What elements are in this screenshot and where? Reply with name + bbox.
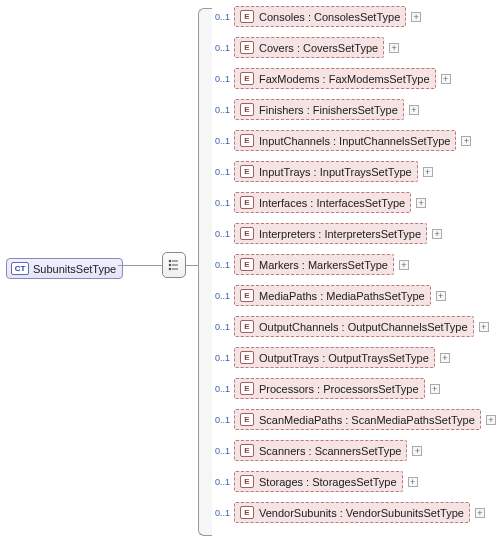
occurrence-label: 0..1	[212, 291, 230, 301]
sequence-compositor-icon[interactable]	[162, 252, 186, 278]
occurrence-label: 0..1	[212, 43, 230, 53]
element-label: Markers : MarkersSetType	[259, 259, 388, 271]
expand-icon[interactable]: +	[408, 477, 418, 487]
occurrence-label: 0..1	[212, 105, 230, 115]
expand-icon[interactable]: +	[436, 291, 446, 301]
e-badge-icon: E	[240, 41, 254, 54]
element-label: Consoles : ConsolesSetType	[259, 11, 400, 23]
expand-icon[interactable]: +	[412, 446, 422, 456]
element-node[interactable]: ECovers : CoversSetType	[234, 37, 384, 58]
occurrence-label: 0..1	[212, 12, 230, 22]
expand-icon[interactable]: +	[486, 415, 496, 425]
expand-icon[interactable]: +	[461, 136, 471, 146]
element-row: 0..1EConsoles : ConsolesSetType+	[212, 6, 421, 27]
expand-icon[interactable]: +	[475, 508, 485, 518]
occurrence-label: 0..1	[212, 446, 230, 456]
complex-type-node[interactable]: CT SubunitsSetType	[6, 258, 123, 279]
element-node[interactable]: EInputChannels : InputChannelsSetType	[234, 130, 456, 151]
expand-icon[interactable]: +	[423, 167, 433, 177]
element-label: OutputTrays : OutputTraysSetType	[259, 352, 429, 364]
svg-point-0	[169, 260, 172, 263]
expand-icon[interactable]: +	[440, 353, 450, 363]
expand-icon[interactable]: +	[432, 229, 442, 239]
expand-icon[interactable]: +	[441, 74, 451, 84]
expand-icon[interactable]: +	[479, 322, 489, 332]
element-row: 0..1ECovers : CoversSetType+	[212, 37, 399, 58]
element-node[interactable]: EInterpreters : InterpretersSetType	[234, 223, 427, 244]
ct-badge-icon: CT	[11, 262, 29, 275]
children-bracket	[198, 8, 212, 536]
element-node[interactable]: EConsoles : ConsolesSetType	[234, 6, 406, 27]
element-node[interactable]: EFaxModems : FaxModemsSetType	[234, 68, 436, 89]
occurrence-label: 0..1	[212, 353, 230, 363]
element-row: 0..1EInterpreters : InterpretersSetType+	[212, 223, 442, 244]
expand-icon[interactable]: +	[416, 198, 426, 208]
element-node[interactable]: EMarkers : MarkersSetType	[234, 254, 394, 275]
e-badge-icon: E	[240, 382, 254, 395]
element-label: Storages : StoragesSetType	[259, 476, 397, 488]
element-node[interactable]: EFinishers : FinishersSetType	[234, 99, 404, 120]
element-label: Scanners : ScannersSetType	[259, 445, 401, 457]
element-label: OutputChannels : OutputChannelsSetType	[259, 321, 468, 333]
e-badge-icon: E	[240, 165, 254, 178]
expand-icon[interactable]: +	[411, 12, 421, 22]
element-node[interactable]: EStorages : StoragesSetType	[234, 471, 403, 492]
e-badge-icon: E	[240, 444, 254, 457]
occurrence-label: 0..1	[212, 74, 230, 84]
connector-line	[118, 265, 162, 266]
svg-point-2	[169, 268, 172, 271]
element-row: 0..1EFinishers : FinishersSetType+	[212, 99, 419, 120]
e-badge-icon: E	[240, 506, 254, 519]
element-row: 0..1EInterfaces : InterfacesSetType+	[212, 192, 426, 213]
connector-line	[186, 265, 198, 266]
element-row: 0..1EVendorSubunits : VendorSubunitsSetT…	[212, 502, 485, 523]
e-badge-icon: E	[240, 258, 254, 271]
element-row: 0..1EScanners : ScannersSetType+	[212, 440, 422, 461]
element-row: 0..1EOutputTrays : OutputTraysSetType+	[212, 347, 450, 368]
e-badge-icon: E	[240, 475, 254, 488]
occurrence-label: 0..1	[212, 136, 230, 146]
element-label: MediaPaths : MediaPathsSetType	[259, 290, 425, 302]
element-row: 0..1EScanMediaPaths : ScanMediaPathsSetT…	[212, 409, 496, 430]
e-badge-icon: E	[240, 320, 254, 333]
occurrence-label: 0..1	[212, 477, 230, 487]
element-label: FaxModems : FaxModemsSetType	[259, 73, 430, 85]
element-label: Interfaces : InterfacesSetType	[259, 197, 405, 209]
element-label: Finishers : FinishersSetType	[259, 104, 398, 116]
e-badge-icon: E	[240, 413, 254, 426]
element-row: 0..1EFaxModems : FaxModemsSetType+	[212, 68, 451, 89]
e-badge-icon: E	[240, 10, 254, 23]
element-label: Covers : CoversSetType	[259, 42, 378, 54]
occurrence-label: 0..1	[212, 167, 230, 177]
element-row: 0..1EMediaPaths : MediaPathsSetType+	[212, 285, 446, 306]
element-node[interactable]: EVendorSubunits : VendorSubunitsSetType	[234, 502, 470, 523]
element-node[interactable]: EScanners : ScannersSetType	[234, 440, 407, 461]
expand-icon[interactable]: +	[430, 384, 440, 394]
occurrence-label: 0..1	[212, 260, 230, 270]
element-label: Processors : ProcessorsSetType	[259, 383, 419, 395]
e-badge-icon: E	[240, 351, 254, 364]
e-badge-icon: E	[240, 227, 254, 240]
occurrence-label: 0..1	[212, 229, 230, 239]
element-label: InputChannels : InputChannelsSetType	[259, 135, 450, 147]
occurrence-label: 0..1	[212, 508, 230, 518]
occurrence-label: 0..1	[212, 384, 230, 394]
element-label: Interpreters : InterpretersSetType	[259, 228, 421, 240]
expand-icon[interactable]: +	[399, 260, 409, 270]
element-row: 0..1EInputTrays : InputTraysSetType+	[212, 161, 433, 182]
element-node[interactable]: EProcessors : ProcessorsSetType	[234, 378, 425, 399]
element-node[interactable]: EOutputChannels : OutputChannelsSetType	[234, 316, 474, 337]
expand-icon[interactable]: +	[389, 43, 399, 53]
element-label: ScanMediaPaths : ScanMediaPathsSetType	[259, 414, 475, 426]
element-node[interactable]: EOutputTrays : OutputTraysSetType	[234, 347, 435, 368]
element-node[interactable]: EMediaPaths : MediaPathsSetType	[234, 285, 431, 306]
element-node[interactable]: EInputTrays : InputTraysSetType	[234, 161, 418, 182]
element-row: 0..1EStorages : StoragesSetType+	[212, 471, 418, 492]
element-node[interactable]: EInterfaces : InterfacesSetType	[234, 192, 411, 213]
element-row: 0..1EMarkers : MarkersSetType+	[212, 254, 409, 275]
occurrence-label: 0..1	[212, 322, 230, 332]
occurrence-label: 0..1	[212, 415, 230, 425]
element-row: 0..1EOutputChannels : OutputChannelsSetT…	[212, 316, 489, 337]
expand-icon[interactable]: +	[409, 105, 419, 115]
element-node[interactable]: EScanMediaPaths : ScanMediaPathsSetType	[234, 409, 481, 430]
